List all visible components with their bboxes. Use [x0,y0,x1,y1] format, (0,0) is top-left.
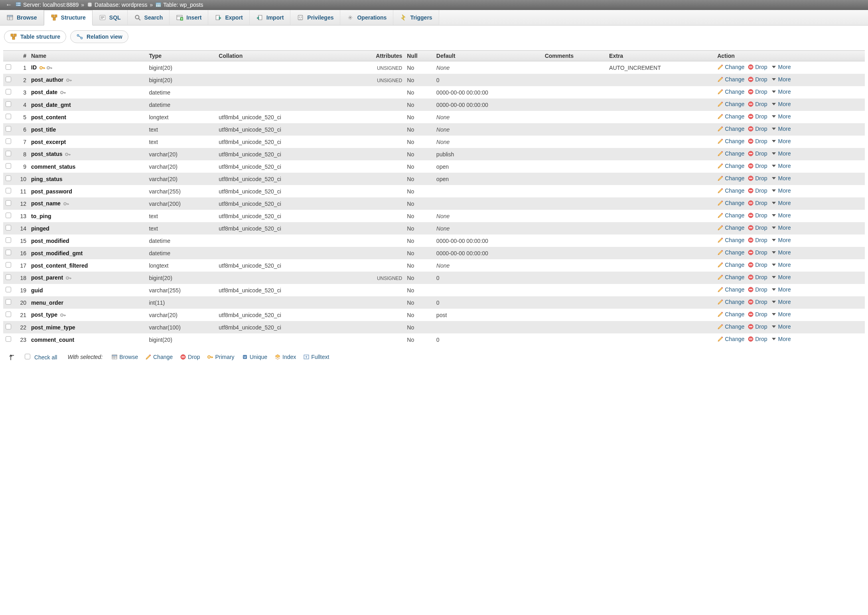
action-more[interactable]: More [771,163,791,169]
row-checkbox[interactable] [6,262,11,268]
action-more[interactable]: More [771,225,791,231]
breadcrumb-table[interactable]: Table: wp_posts [155,2,203,8]
subtab-table-structure[interactable]: Table structure [4,30,66,43]
tab-insert[interactable]: Insert [170,10,208,25]
back-arrow-icon[interactable]: ← [2,1,15,8]
tab-privileges[interactable]: Privileges [290,10,340,25]
footer-fulltext[interactable]: Fulltext [303,354,329,360]
action-drop[interactable]: Drop [748,89,767,95]
action-drop[interactable]: Drop [748,237,767,243]
action-more[interactable]: More [771,200,791,206]
action-more[interactable]: More [771,187,791,194]
action-change[interactable]: Change [717,163,744,169]
action-drop[interactable]: Drop [748,76,767,83]
action-change[interactable]: Change [717,150,744,157]
action-more[interactable]: More [771,150,791,157]
action-drop[interactable]: Drop [748,175,767,181]
row-checkbox[interactable] [6,311,11,317]
action-change[interactable]: Change [717,299,744,305]
row-checkbox[interactable] [6,151,11,156]
action-more[interactable]: More [771,89,791,95]
action-more[interactable]: More [771,126,791,132]
row-checkbox[interactable] [6,250,11,255]
action-more[interactable]: More [771,101,791,107]
action-change[interactable]: Change [717,311,744,317]
action-more[interactable]: More [771,76,791,83]
action-more[interactable]: More [771,138,791,144]
action-change[interactable]: Change [717,274,744,280]
action-drop[interactable]: Drop [748,336,767,342]
row-checkbox[interactable] [6,114,11,119]
action-change[interactable]: Change [717,336,744,342]
action-change[interactable]: Change [717,212,744,219]
action-drop[interactable]: Drop [748,323,767,330]
tab-structure[interactable]: Structure [44,10,93,26]
action-change[interactable]: Change [717,89,744,95]
row-checkbox[interactable] [6,77,11,82]
row-checkbox[interactable] [6,188,11,193]
action-more[interactable]: More [771,336,791,342]
action-drop[interactable]: Drop [748,64,767,70]
action-drop[interactable]: Drop [748,262,767,268]
action-drop[interactable]: Drop [748,299,767,305]
action-change[interactable]: Change [717,101,744,107]
check-all-checkbox[interactable] [25,354,30,359]
row-checkbox[interactable] [6,237,11,243]
action-change[interactable]: Change [717,237,744,243]
action-drop[interactable]: Drop [748,249,767,256]
action-drop[interactable]: Drop [748,286,767,293]
footer-unique[interactable]: Unique [242,354,267,360]
breadcrumb-database[interactable]: Database: wordpress [87,2,147,8]
row-checkbox[interactable] [6,89,11,95]
action-drop[interactable]: Drop [748,150,767,157]
row-checkbox[interactable] [6,101,11,107]
action-drop[interactable]: Drop [748,126,767,132]
footer-primary[interactable]: Primary [207,354,234,360]
footer-browse[interactable]: Browse [111,354,138,360]
row-checkbox[interactable] [6,163,11,169]
row-checkbox[interactable] [6,336,11,342]
row-checkbox[interactable] [6,64,11,70]
action-more[interactable]: More [771,249,791,256]
action-more[interactable]: More [771,262,791,268]
footer-change[interactable]: Change [145,354,173,360]
action-more[interactable]: More [771,175,791,181]
row-checkbox[interactable] [6,299,11,305]
action-drop[interactable]: Drop [748,274,767,280]
action-change[interactable]: Change [717,286,744,293]
action-drop[interactable]: Drop [748,101,767,107]
action-change[interactable]: Change [717,323,744,330]
action-more[interactable]: More [771,237,791,243]
action-drop[interactable]: Drop [748,187,767,194]
footer-drop[interactable]: Drop [180,354,200,360]
action-more[interactable]: More [771,212,791,219]
action-change[interactable]: Change [717,249,744,256]
tab-browse[interactable]: Browse [0,10,44,25]
action-more[interactable]: More [771,64,791,70]
action-drop[interactable]: Drop [748,138,767,144]
row-checkbox[interactable] [6,213,11,218]
action-more[interactable]: More [771,323,791,330]
action-change[interactable]: Change [717,187,744,194]
tab-search[interactable]: Search [128,10,170,25]
row-checkbox[interactable] [6,175,11,181]
tab-operations[interactable]: Operations [340,10,393,25]
tab-export[interactable]: Export [208,10,249,25]
subtab-relation-view[interactable]: Relation view [70,30,128,43]
tab-sql[interactable]: SQL [93,10,128,25]
action-more[interactable]: More [771,113,791,120]
row-checkbox[interactable] [6,200,11,206]
footer-index[interactable]: Index [274,354,296,360]
action-change[interactable]: Change [717,64,744,70]
action-change[interactable]: Change [717,126,744,132]
tab-import[interactable]: Import [250,10,291,25]
row-checkbox[interactable] [6,138,11,144]
action-change[interactable]: Change [717,76,744,83]
action-drop[interactable]: Drop [748,200,767,206]
action-drop[interactable]: Drop [748,113,767,120]
breadcrumb-server[interactable]: Server: localhost:8889 [15,2,79,8]
action-more[interactable]: More [771,274,791,280]
action-change[interactable]: Change [717,200,744,206]
action-more[interactable]: More [771,286,791,293]
row-checkbox[interactable] [6,287,11,292]
